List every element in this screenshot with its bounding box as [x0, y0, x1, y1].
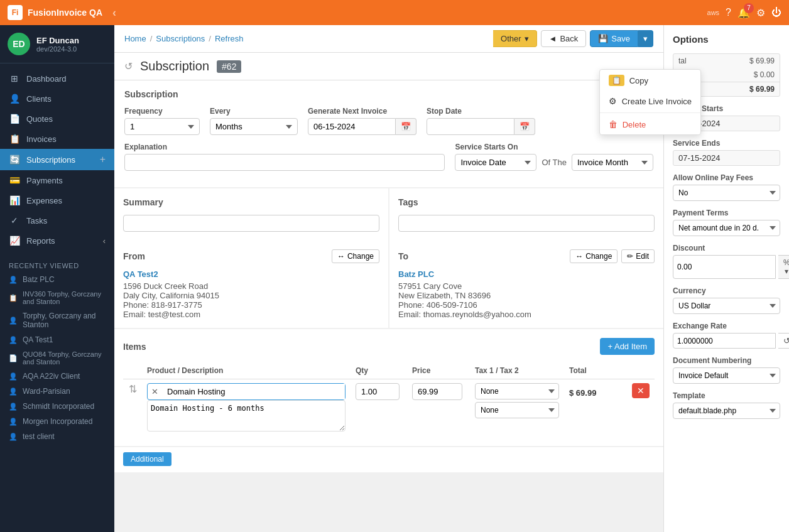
sidebar-item-subscriptions[interactable]: 🔄 Subscriptions +	[0, 149, 114, 170]
generate-next-calendar-button[interactable]: 📅	[396, 118, 416, 135]
recent-item-qa-test1[interactable]: 👤 QA Test1	[0, 332, 114, 347]
currency-select[interactable]: US Dollar	[673, 298, 780, 314]
exchange-refresh-button[interactable]: ↺	[778, 333, 789, 349]
summary-input[interactable]	[123, 215, 379, 232]
recent-item-label: INV360 Torphy, Gorczany and Stanton	[23, 290, 106, 305]
recent-item-test-client[interactable]: 👤 test client	[0, 429, 114, 444]
every-select[interactable]: Months	[210, 118, 298, 135]
row-sort-handle[interactable]: ⇅	[123, 379, 142, 438]
total-value: $ 69.99	[749, 85, 775, 94]
to-edit-button[interactable]: ✏ Edit	[621, 249, 655, 263]
product-input[interactable]	[162, 384, 345, 399]
to-change-button[interactable]: ↔ Change	[570, 249, 618, 263]
allow-online-select[interactable]: No Yes	[673, 185, 780, 201]
sidebar-item-label: Expenses	[26, 196, 106, 205]
from-change-button[interactable]: ↔ Change	[332, 249, 379, 263]
change-icon: ↔	[337, 252, 345, 261]
sidebar-item-expenses[interactable]: 📊 Expenses	[0, 190, 114, 210]
service-starts-invoice-date-select[interactable]: Invoice Date	[455, 154, 536, 171]
recent-item-quo84[interactable]: 📄 QUO84 Torphy, Gorczany and Stanton	[0, 347, 114, 369]
service-ends-label: Service Ends	[673, 139, 780, 148]
dropdown-create-live-item[interactable]: ⚙ Create Live Invoice	[600, 91, 700, 111]
stop-date-calendar-button[interactable]: 📅	[514, 118, 535, 135]
refresh-link[interactable]: Refresh	[215, 34, 244, 43]
recent-item-label: Ward-Parisian	[23, 387, 70, 396]
delete-icon: 🗑	[609, 119, 618, 129]
additional-tab[interactable]: Additional	[123, 452, 171, 466]
settings-icon[interactable]: ⚙	[756, 7, 765, 19]
discount-type-button[interactable]: % ▾	[778, 255, 789, 279]
doc-numbering-select[interactable]: Invoice Default	[673, 367, 780, 384]
sidebar-item-payments[interactable]: 💳 Payments	[0, 170, 114, 190]
exchange-rate-input[interactable]	[673, 333, 776, 349]
service-starts-form-group: Service Starts On Invoice Date Of The In…	[455, 143, 653, 171]
invoices-icon: 📋	[9, 134, 20, 144]
top-navigation: Fi FusionInvoice QA ‹ aws ? 🔔 7 ⚙ ⏻	[0, 0, 789, 25]
save-button[interactable]: 💾 Save	[590, 30, 638, 47]
dashboard-icon: ⊞	[9, 73, 20, 84]
recent-item-schmidt[interactable]: 👤 Schmidt Incorporated	[0, 399, 114, 414]
recent-item-torphy[interactable]: 👤 Torphy, Gorczany and Stanton	[0, 308, 114, 332]
item-tax2-select[interactable]: None	[475, 402, 559, 418]
home-link[interactable]: Home	[124, 34, 146, 43]
item-delete-button[interactable]: ✕	[632, 383, 650, 398]
subscriptions-link[interactable]: Subscriptions	[156, 34, 205, 43]
item-qty-input[interactable]	[356, 383, 400, 400]
sidebar-item-clients[interactable]: 👤 Clients	[0, 89, 114, 109]
from-change-label: Change	[347, 252, 374, 261]
items-title: Items	[123, 342, 146, 352]
items-section: Items + Add Item Product / Description Q…	[114, 329, 663, 446]
other-button[interactable]: Other ▾	[493, 30, 537, 47]
item-tax1-select[interactable]: None	[475, 383, 559, 399]
dropdown-delete-item[interactable]: 🗑 Delete	[600, 114, 700, 134]
stop-date-input[interactable]	[427, 118, 514, 135]
sidebar-item-quotes[interactable]: 📄 Quotes	[0, 109, 114, 129]
recent-item-label: Schmidt Incorporated	[23, 402, 94, 411]
save-dropdown-button[interactable]: ▾	[638, 30, 653, 47]
item-description-textarea[interactable]: Domain Hosting - 6 months	[147, 400, 346, 432]
discount-input[interactable]	[673, 255, 776, 279]
to-header: To ↔ Change ✏ Edit	[398, 249, 655, 263]
sidebar-item-dashboard[interactable]: ⊞ Dashboard	[0, 68, 114, 89]
recent-item-batz[interactable]: 👤 Batz PLC	[0, 272, 114, 287]
add-subscription-button[interactable]: +	[100, 154, 106, 165]
notifications-icon[interactable]: 🔔 7	[737, 7, 750, 19]
back-button[interactable]: ◄ Back	[541, 30, 587, 47]
page-refresh-icon[interactable]: ↺	[124, 60, 133, 72]
explanation-label: Explanation	[124, 143, 445, 151]
service-ends-value: 07-15-2024	[673, 150, 780, 166]
app-logo: Fi	[8, 5, 23, 20]
options-title: Options	[673, 34, 780, 45]
explanation-input[interactable]	[124, 154, 445, 171]
recent-icon: 👤	[9, 433, 18, 441]
tags-input[interactable]	[398, 215, 655, 232]
sidebar-toggle-button[interactable]: ‹	[112, 6, 116, 19]
stop-date-label: Stop Date	[427, 107, 535, 116]
frequency-select[interactable]: 1	[124, 118, 200, 135]
recent-item-aqa[interactable]: 👤 AQA A22iv Client	[0, 369, 114, 384]
items-table: Product / Description Qty Price Tax 1 / …	[123, 362, 655, 437]
payment-terms-select[interactable]: Net amount due in 20 d.	[673, 220, 780, 236]
recent-item-morgen[interactable]: 👤 Morgen Incorporated	[0, 414, 114, 429]
item-total-value: $ 69.99	[569, 383, 622, 398]
stop-date-input-group: 📅	[427, 118, 535, 135]
sidebar-item-reports[interactable]: 📈 Reports ‹	[0, 231, 114, 251]
service-starts-invoice-month-select[interactable]: Invoice Month	[572, 154, 653, 171]
add-item-button[interactable]: + Add Item	[600, 338, 655, 355]
from-title: From	[123, 251, 145, 261]
item-price-input[interactable]	[412, 383, 462, 400]
template-select[interactable]: default.blade.php	[673, 403, 780, 419]
frequency-row: Frequency 1 Every Months Generate Next I…	[124, 107, 653, 135]
power-icon[interactable]: ⏻	[771, 7, 781, 18]
recent-item-ward[interactable]: 👤 Ward-Parisian	[0, 384, 114, 399]
save-button-group: 💾 Save ▾	[590, 30, 653, 47]
generate-next-input[interactable]	[308, 118, 396, 135]
sidebar-item-tasks[interactable]: ✓ Tasks	[0, 210, 114, 231]
recent-item-inv360[interactable]: 📋 INV360 Torphy, Gorczany and Stanton	[0, 287, 114, 308]
allow-online-label: Allow Online Pay Fees	[673, 173, 780, 182]
notification-badge: 7	[744, 3, 754, 13]
dropdown-copy-item[interactable]: 📋 Copy	[600, 70, 700, 91]
sidebar-item-invoices[interactable]: 📋 Invoices	[0, 129, 114, 149]
help-icon[interactable]: ?	[726, 7, 731, 18]
product-clear-button[interactable]: ✕	[148, 387, 162, 396]
